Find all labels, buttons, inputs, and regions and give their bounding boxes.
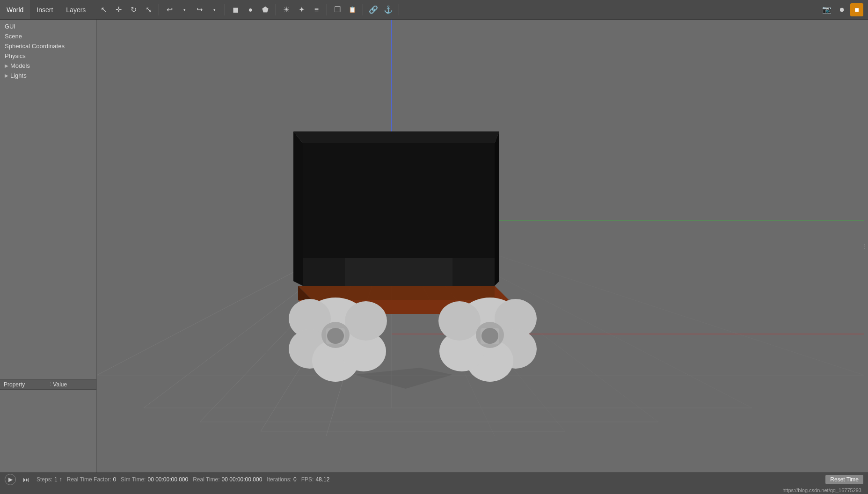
scale-tool-button[interactable]: ⤡ <box>142 3 155 16</box>
select-tool-button[interactable]: ↖ <box>97 3 110 16</box>
svg-line-2 <box>200 221 392 422</box>
arrow-lights-icon: ▶ <box>5 73 8 78</box>
reset-time-button[interactable]: Reset Time <box>825 475 863 484</box>
sim-time-value: 00 00:00:00.000 <box>147 476 188 483</box>
sidebar-label-lights: Lights <box>10 72 27 79</box>
svg-line-9 <box>392 221 495 436</box>
orange-select-button[interactable]: ■ <box>850 3 863 16</box>
sidebar-item-gui[interactable]: GUI <box>0 22 96 31</box>
steps-increment: ↑ <box>59 476 62 483</box>
redo-button[interactable]: ↪ <box>193 3 206 16</box>
undo-dropdown-button[interactable]: ▾ <box>178 3 191 16</box>
sidebar-label-models: Models <box>10 62 30 69</box>
iterations-value: 0 <box>293 476 297 483</box>
url-text: https://blog.csdn.net/qq_16775293 <box>782 487 861 493</box>
screenshot-button[interactable]: 📷 <box>820 3 833 16</box>
svg-line-7 <box>392 221 658 422</box>
steps-item: Steps: 1 ↑ <box>36 476 62 483</box>
sim-time-label: Sim Time: <box>121 476 146 483</box>
sidebar: GUI Scene Spherical Coordinates Physics … <box>0 20 97 472</box>
fps-label: FPS: <box>301 476 314 483</box>
record-button[interactable]: ⏺ <box>835 3 848 16</box>
iterations-item: Iterations: 0 <box>267 476 296 483</box>
redo-dropdown-button[interactable]: ▾ <box>208 3 221 16</box>
status-bar-url: https://blog.csdn.net/qq_16775293 <box>5 487 863 493</box>
step-forward-button[interactable]: ⏭ <box>21 474 32 485</box>
link-button[interactable]: 🔗 <box>367 3 380 16</box>
undo-button[interactable]: ↩ <box>163 3 176 16</box>
separator-2 <box>225 4 225 15</box>
play-button[interactable]: ▶ <box>5 474 16 485</box>
sidebar-label-scene: Scene <box>5 33 22 40</box>
viewport-right-handle[interactable]: ⋮ <box>861 242 868 250</box>
viewport[interactable]: ⋮ <box>97 20 868 472</box>
point-light-button[interactable]: ✦ <box>295 3 308 16</box>
arrow-models-icon: ▶ <box>5 63 8 68</box>
main-area: GUI Scene Spherical Coordinates Physics … <box>0 20 868 472</box>
lines-button[interactable]: ≡ <box>310 3 323 16</box>
value-column-header: Value <box>53 381 67 388</box>
separator-3 <box>276 4 276 15</box>
sphere-button[interactable]: ● <box>244 3 257 16</box>
svg-line-5 <box>392 221 864 375</box>
svg-line-4 <box>326 221 392 436</box>
fps-item: FPS: 48.12 <box>301 476 330 483</box>
realtime-factor-label: Real Time Factor: <box>67 476 111 483</box>
real-time-item: Real Time: 00 00:00:00.000 <box>193 476 262 483</box>
separator-4 <box>327 4 327 15</box>
cylinder-button[interactable]: ⬟ <box>259 3 272 16</box>
status-bar: ▶ ⏭ Steps: 1 ↑ Real Time Factor: 0 Sim T… <box>0 472 868 494</box>
sidebar-item-lights[interactable]: ▶ Lights <box>0 71 96 80</box>
sim-time-item: Sim Time: 00 00:00:00.000 <box>121 476 188 483</box>
steps-value: 1 <box>54 476 58 483</box>
tab-layers[interactable]: Layers <box>59 0 92 19</box>
fps-value: 48.12 <box>315 476 329 483</box>
sidebar-item-spherical-coordinates[interactable]: Spherical Coordinates <box>0 41 96 51</box>
separator-5 <box>363 4 363 15</box>
properties-header: Property Value <box>0 380 96 390</box>
svg-line-0 <box>97 221 392 375</box>
rotate-tool-button[interactable]: ↻ <box>127 3 140 16</box>
separator-1 <box>159 4 159 15</box>
svg-line-6 <box>392 221 752 408</box>
svg-line-3 <box>261 221 392 431</box>
properties-panel: Property Value <box>0 379 96 472</box>
translate-tool-button[interactable]: ✛ <box>112 3 125 16</box>
tab-insert[interactable]: Insert <box>30 0 59 19</box>
sidebar-tree: GUI Scene Spherical Coordinates Physics … <box>0 20 96 379</box>
steps-label: Steps: <box>36 476 52 483</box>
realtime-factor-item: Real Time Factor: 0 <box>67 476 116 483</box>
tab-world[interactable]: World <box>0 0 30 19</box>
iterations-label: Iterations: <box>267 476 292 483</box>
anchor-button[interactable]: ⚓ <box>382 3 395 16</box>
status-bar-top: ▶ ⏭ Steps: 1 ↑ Real Time Factor: 0 Sim T… <box>5 474 863 485</box>
toolbar: ↖ ✛ ↻ ⤡ ↩ ▾ ↪ ▾ ◼ ● ⬟ ☀ ✦ ≡ ❐ 📋 🔗 ⚓ 📷 ⏺ … <box>92 3 868 16</box>
sidebar-item-scene[interactable]: Scene <box>0 31 96 41</box>
real-time-value: 00 00:00:00.000 <box>222 476 263 483</box>
paste-button[interactable]: 📋 <box>346 3 359 16</box>
property-column-header: Property <box>4 381 25 388</box>
real-time-label: Real Time: <box>193 476 219 483</box>
separator-6 <box>399 4 399 15</box>
box-button[interactable]: ◼ <box>229 3 242 16</box>
sidebar-label-gui: GUI <box>5 23 15 30</box>
svg-line-1 <box>144 221 392 408</box>
grid-canvas <box>97 20 868 472</box>
sidebar-label-physics: Physics <box>5 52 26 59</box>
sidebar-label-spherical: Spherical Coordinates <box>5 43 65 50</box>
menu-bar: World Insert Layers ↖ ✛ ↻ ⤡ ↩ ▾ ↪ ▾ ◼ ● … <box>0 0 868 20</box>
realtime-factor-value: 0 <box>113 476 116 483</box>
sidebar-item-physics[interactable]: Physics <box>0 51 96 61</box>
copy-button[interactable]: ❐ <box>331 3 344 16</box>
svg-line-8 <box>392 221 565 431</box>
sun-light-button[interactable]: ☀ <box>280 3 293 16</box>
sidebar-item-models[interactable]: ▶ Models <box>0 61 96 71</box>
